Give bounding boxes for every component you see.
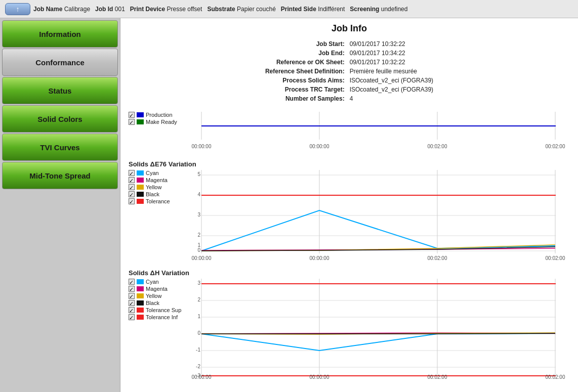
info-value: ISOcoated_v2_eci (FOGRA39) [348,76,435,84]
legend-checkbox[interactable]: ✓ [129,191,135,197]
legend-checkbox[interactable]: ✓ [129,279,135,285]
job-name-label: Job Name [33,6,62,13]
legend-checkbox[interactable]: ✓ [129,119,135,125]
legend-label: Yellow [146,293,161,299]
timeline-svg: 00:00:00 00:00:00 00:02:00 00:02:00 [187,112,570,152]
info-row: Process Solids Aims:ISOcoated_v2_eci (FO… [263,76,435,84]
legend-label: Black [146,191,159,197]
info-value: Première feuille mesurée [348,67,435,75]
legend-label: Magenta [146,286,168,292]
legend-label: Magenta [146,177,168,183]
dh-svg: 3 2 1 0 -1 -2 -3 [187,279,570,380]
info-row: Process TRC Target:ISOcoated_v2_eci (FOG… [263,85,435,94]
legend-item: ✓Yellow [129,293,184,299]
solids-dh-section: Solids ΔH Variation ✓Cyan✓Magenta✓Yellow… [129,269,570,380]
sidebar-btn-tvi-curves[interactable]: TVI Curves [2,134,118,161]
legend-checkbox[interactable]: ✓ [129,112,135,118]
svg-text:00:00:00: 00:00:00 [192,255,212,261]
svg-text:00:02:00: 00:02:00 [428,374,447,380]
svg-text:-2: -2 [196,364,200,369]
legend-checkbox[interactable]: ✓ [129,198,135,204]
legend-swatch [137,279,144,284]
legend-swatch [137,192,144,197]
info-row: Number of Samples:4 [263,95,435,103]
legend-checkbox[interactable]: ✓ [129,293,135,299]
svg-text:0: 0 [197,330,200,336]
legend-label: Production [146,112,173,118]
info-value: 4 [348,95,435,103]
legend-item: ✓Tolerance [129,198,184,204]
main-layout: InformationConformanceStatusSolid Colors… [0,18,578,392]
timeline-section: ✓Production✓Make Ready 00:00:00 00:00:00 [129,112,570,152]
legend-label: Tolerance Sup [146,307,181,313]
svg-text:00:02:00: 00:02:00 [546,144,565,149]
svg-text:2: 2 [197,297,200,302]
info-value: ISOcoated_v2_eci (FOGRA39) [348,85,435,94]
legend-swatch [137,185,144,190]
svg-text:3: 3 [197,280,200,286]
svg-text:00:02:00: 00:02:00 [428,144,447,149]
legend-checkbox[interactable]: ✓ [129,300,135,306]
info-row: Job Start:09/01/2017 10:32:22 [263,40,435,48]
info-value: 09/01/2017 10:34:22 [348,49,435,57]
de76-svg: 5 4 3 2 1 0 [187,170,570,261]
info-label: Number of Samples: [263,95,347,103]
legend-label: Make Ready [146,119,177,125]
svg-text:00:00:00: 00:00:00 [192,144,212,149]
job-id-label: Job Id [95,6,113,13]
svg-text:00:00:00: 00:00:00 [310,144,329,149]
sidebar-btn-mid-tone-spread[interactable]: Mid-Tone Spread [2,162,118,189]
solids-dh-legend: ✓Cyan✓Magenta✓Yellow✓Black✓Tolerance Sup… [129,279,184,320]
svg-text:00:02:00: 00:02:00 [428,255,447,261]
job-info-text: Job Name Calibrage Job Id 001 Print Devi… [33,6,407,13]
solids-de76-legend: ✓Cyan✓Magenta✓Yellow✓Black✓Tolerance [129,170,184,204]
legend-item: ✓Yellow [129,184,184,190]
legend-label: Yellow [146,184,161,190]
job-info-table: Job Start:09/01/2017 10:32:22Job End:09/… [262,39,436,104]
sidebar: InformationConformanceStatusSolid Colors… [0,18,120,392]
legend-swatch [137,300,144,306]
svg-text:00:02:00: 00:02:00 [546,255,565,261]
svg-text:-1: -1 [196,347,200,353]
legend-swatch [137,119,144,124]
svg-text:4: 4 [197,192,200,197]
timeline-legend: ✓Production✓Make Ready [129,112,184,125]
page-title: Job Info [129,23,570,34]
svg-text:0: 0 [197,247,200,253]
timeline-chart: 00:00:00 00:00:00 00:02:00 00:02:00 [187,112,570,152]
legend-item: ✓Black [129,300,184,306]
print-device-label: Print Device [130,6,165,13]
info-row: Reference or OK Sheet:09/01/2017 10:32:2… [263,58,435,66]
info-row: Job End:09/01/2017 10:34:22 [263,49,435,57]
legend-swatch [137,286,144,291]
legend-item: ✓Magenta [129,177,184,183]
legend-checkbox[interactable]: ✓ [129,177,135,183]
up-button[interactable]: ↑ [5,3,30,15]
sidebar-btn-conformance[interactable]: Conformance [2,49,118,76]
info-label: Process Solids Aims: [263,76,347,84]
svg-text:00:00:00: 00:00:00 [192,374,212,380]
legend-label: Tolerance [146,198,170,204]
legend-item: ✓Magenta [129,286,184,292]
legend-checkbox[interactable]: ✓ [129,314,135,320]
svg-text:00:02:00: 00:02:00 [546,374,565,380]
legend-checkbox[interactable]: ✓ [129,170,135,176]
top-bar: ↑ Job Name Calibrage Job Id 001 Print De… [0,0,578,18]
legend-checkbox[interactable]: ✓ [129,286,135,292]
sidebar-btn-solid-colors[interactable]: Solid Colors [2,105,118,133]
substrate-label: Substrate [207,6,235,13]
svg-text:1: 1 [197,314,200,319]
info-label: Job Start: [263,40,347,48]
legend-checkbox[interactable]: ✓ [129,307,135,313]
solids-dh-title: Solids ΔH Variation [129,269,570,277]
info-label: Job End: [263,49,347,57]
legend-checkbox[interactable]: ✓ [129,184,135,190]
legend-swatch [137,293,144,298]
legend-label: Cyan [146,170,159,176]
sidebar-btn-status[interactable]: Status [2,77,118,104]
legend-swatch [137,178,144,183]
solids-de76-section: Solids ΔE76 Variation ✓Cyan✓Magenta✓Yell… [129,160,570,261]
sidebar-btn-information[interactable]: Information [2,20,118,48]
legend-swatch [137,308,144,313]
content-area: Job Info Job Start:09/01/2017 10:32:22Jo… [120,18,578,392]
